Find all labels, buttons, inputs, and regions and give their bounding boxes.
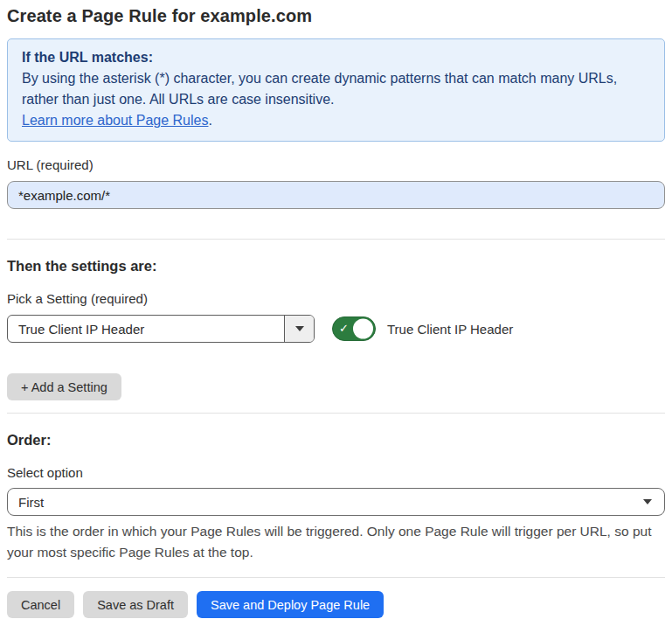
order-section-heading: Order: [7, 430, 665, 449]
pick-setting-label: Pick a Setting (required) [7, 290, 665, 308]
divider [7, 413, 665, 414]
select-option-label: Select option [7, 464, 665, 482]
order-select-value: First [18, 495, 643, 510]
url-input[interactable] [7, 181, 665, 209]
info-box-link-line: Learn more about Page Rules. [22, 110, 650, 131]
setting-select-value: True Client IP Header [8, 316, 284, 342]
cancel-button[interactable]: Cancel [7, 591, 74, 618]
order-select[interactable]: First [7, 488, 665, 516]
true-client-ip-toggle[interactable]: ✓ [332, 316, 376, 341]
toggle-label: True Client IP Header [387, 322, 513, 337]
settings-section-heading: Then the settings are: [7, 256, 665, 275]
divider [7, 239, 665, 240]
url-match-info-box: If the URL matches: By using the asteris… [7, 38, 665, 142]
setting-select[interactable]: True Client IP Header [7, 315, 315, 343]
info-box-body: By using the asterisk (*) character, you… [22, 68, 650, 110]
chevron-down-icon [643, 499, 652, 504]
page-title: Create a Page Rule for example.com [7, 5, 665, 27]
link-suffix: . [208, 113, 211, 128]
chevron-down-icon [295, 326, 304, 331]
learn-more-link[interactable]: Learn more about Page Rules [22, 113, 208, 128]
footer-actions: Cancel Save as Draft Save and Deploy Pag… [7, 591, 665, 618]
add-setting-button[interactable]: + Add a Setting [7, 373, 121, 400]
order-help-text: This is the order in which your Page Rul… [7, 521, 665, 563]
info-box-heading: If the URL matches: [22, 47, 650, 68]
save-deploy-button[interactable]: Save and Deploy Page Rule [197, 591, 384, 618]
page-rule-form: Create a Page Rule for example.com If th… [0, 5, 672, 618]
check-icon: ✓ [339, 323, 349, 334]
toggle-knob [353, 319, 373, 339]
setting-select-caret-segment [284, 316, 314, 342]
divider [7, 577, 665, 578]
save-draft-button[interactable]: Save as Draft [83, 591, 188, 618]
url-label: URL (required) [7, 156, 665, 174]
setting-row: True Client IP Header ✓ True Client IP H… [7, 315, 665, 343]
